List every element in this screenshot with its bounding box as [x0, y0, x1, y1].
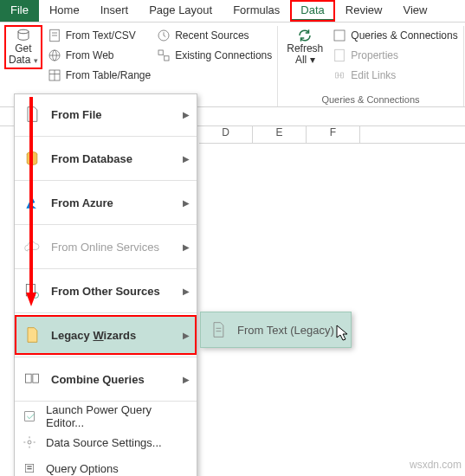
refresh-all-label-2: All	[295, 54, 307, 66]
menu-from-azure[interactable]: From Azure ▶	[15, 183, 197, 222]
svg-rect-19	[26, 374, 32, 383]
queries-connections-label: Queries & Connections	[351, 29, 457, 42]
tab-pagelayout[interactable]: Page Layout	[139, 0, 223, 22]
get-data-label-1: Get	[15, 42, 31, 55]
legacy-wizards-submenu: From Text (Legacy)	[200, 312, 352, 348]
from-web-button[interactable]: From Web	[47, 48, 152, 63]
legacy-file-icon	[23, 326, 41, 344]
svg-point-0	[18, 29, 29, 34]
svg-rect-14	[334, 30, 345, 41]
svg-rect-24	[27, 466, 31, 466]
launch-icon	[23, 409, 36, 423]
connections-icon	[156, 48, 171, 63]
svg-line-13	[163, 55, 165, 56]
existing-connections-button[interactable]: Existing Connections	[156, 48, 272, 63]
properties-button: Properties	[332, 48, 457, 63]
submenu-from-text-label: From Text (Legacy)	[237, 324, 334, 337]
get-data-button[interactable]: GetData ▾	[5, 26, 42, 68]
col-header[interactable]: E	[253, 126, 307, 143]
col-header[interactable]: D	[199, 126, 253, 143]
table-icon	[47, 68, 62, 83]
refresh-all-button[interactable]: RefreshAll ▾	[283, 26, 326, 85]
svg-point-18	[33, 293, 39, 299]
chevron-right-icon: ▶	[183, 242, 190, 252]
globe-icon	[47, 48, 62, 63]
from-table-range-button[interactable]: From Table/Range	[47, 68, 152, 83]
textfile-icon	[210, 321, 227, 338]
recent-sources-button[interactable]: Recent Sources	[156, 28, 272, 43]
menu-legacy-u: W	[93, 329, 103, 342]
from-text-csv-button[interactable]: From Text/CSV	[47, 28, 152, 43]
properties-label: Properties	[351, 49, 398, 61]
chevron-right-icon: ▶	[183, 110, 190, 119]
ribbon-tabs: File Home Insert Page Layout Formulas Da…	[0, 0, 465, 23]
menu-legacy-pre: Legacy	[51, 329, 93, 342]
existing-connections-label: Existing Connections	[175, 49, 272, 61]
menu-from-file-label: From File	[51, 108, 102, 121]
menu-query-options[interactable]: Query Options	[15, 455, 197, 476]
menu-query-options-label: Query Options	[46, 462, 119, 475]
menu-legacy-post: izards	[104, 329, 137, 342]
edit-links-label: Edit Links	[351, 69, 396, 81]
menu-from-other-label: From Other Sources	[51, 285, 160, 298]
queries-connections-button[interactable]: Queries & Connections	[332, 28, 457, 43]
svg-rect-21	[25, 412, 35, 421]
chevron-right-icon: ▶	[183, 198, 190, 208]
options-icon	[23, 461, 36, 475]
chevron-down-icon: ▾	[34, 56, 38, 65]
edit-links-button: Edit Links	[332, 68, 457, 83]
svg-rect-12	[165, 56, 169, 61]
svg-rect-15	[335, 49, 345, 61]
from-web-label: From Web	[66, 49, 114, 61]
watermark: wsxdn.com	[410, 459, 462, 471]
tab-home[interactable]: Home	[39, 0, 90, 22]
from-text-csv-label: From Text/CSV	[66, 29, 136, 42]
submenu-from-text-legacy[interactable]: From Text (Legacy)	[201, 312, 351, 347]
chevron-down-icon: ▾	[310, 54, 315, 66]
tab-formulas[interactable]: Formulas	[223, 0, 290, 22]
menu-combine-label: Combine Queries	[51, 373, 145, 386]
chevron-right-icon: ▶	[183, 154, 190, 164]
chevron-right-icon: ▶	[183, 375, 190, 384]
ribbon-group-queries-connections: RefreshAll ▾ Queries & Connections Prope…	[278, 26, 463, 106]
database-icon	[23, 150, 41, 167]
tab-insert[interactable]: Insert	[90, 0, 139, 22]
menu-combine-queries[interactable]: Combine Queries ▶	[15, 359, 197, 399]
menu-from-azure-label: From Azure	[51, 196, 113, 209]
menu-from-database[interactable]: From Database ▶	[15, 138, 197, 178]
settings-icon	[23, 435, 36, 449]
chevron-right-icon: ▶	[183, 286, 190, 296]
menu-data-source-settings[interactable]: Data Source Settings...	[15, 429, 197, 455]
azure-icon	[23, 194, 41, 211]
svg-rect-17	[26, 285, 35, 296]
menu-from-database-label: From Database	[51, 152, 132, 165]
tab-file[interactable]: File	[0, 0, 39, 22]
get-data-dropdown: From File ▶ From Database ▶ From Azure ▶…	[14, 93, 197, 476]
textfile-icon	[47, 28, 62, 43]
menu-ds-settings-label: Data Source Settings...	[46, 436, 162, 449]
tab-view[interactable]: View	[392, 0, 437, 22]
properties-icon	[332, 48, 347, 63]
refresh-all-label-1: Refresh	[287, 42, 323, 55]
svg-rect-20	[33, 374, 39, 383]
menu-from-file[interactable]: From File ▶	[15, 94, 197, 134]
recent-icon	[156, 28, 171, 43]
svg-rect-11	[158, 50, 163, 55]
menu-launch-pq-label: Launch Power Query Editor...	[46, 403, 152, 429]
from-table-range-label: From Table/Range	[66, 69, 152, 81]
combine-icon	[23, 370, 41, 388]
recent-sources-label: Recent Sources	[175, 29, 249, 42]
group-queries-title: Queries & Connections	[283, 93, 457, 106]
menu-from-other-sources[interactable]: From Other Sources ▶	[15, 271, 197, 311]
links-icon	[332, 68, 347, 83]
tab-data[interactable]: Data	[290, 0, 334, 22]
cloud-icon	[23, 238, 41, 255]
svg-rect-25	[27, 468, 31, 469]
menu-legacy-wizards[interactable]: Legacy Wizards ▶	[15, 315, 197, 355]
tab-review[interactable]: Review	[335, 0, 393, 22]
refresh-icon	[297, 28, 313, 43]
menu-launch-power-query[interactable]: Launch Power Query Editor...	[15, 403, 197, 429]
get-data-label-2: Data	[9, 54, 30, 66]
other-sources-icon	[23, 282, 41, 299]
col-header[interactable]: F	[307, 126, 360, 143]
